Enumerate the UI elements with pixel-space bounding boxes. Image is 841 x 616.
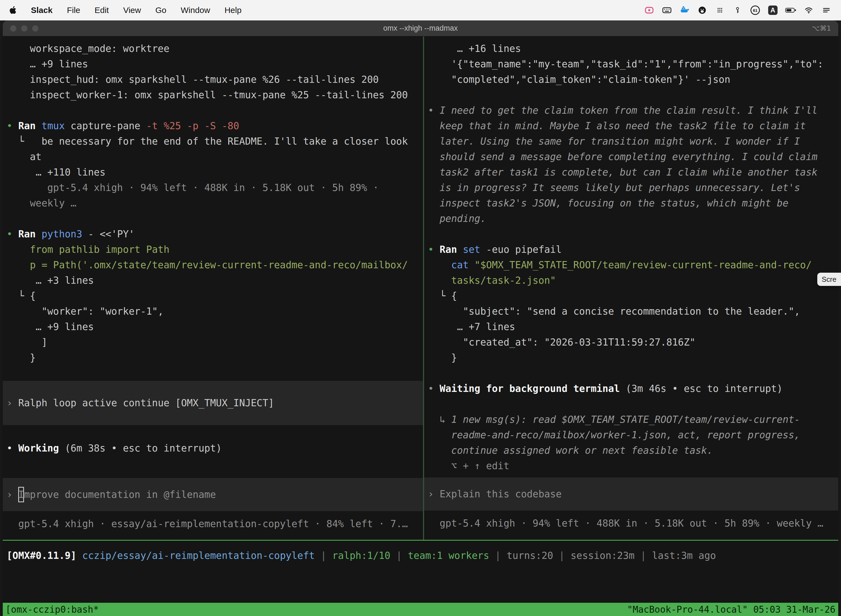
terminal-line: gpt-5.4 xhigh · 94% left · 488K in · 5.1… — [3, 180, 423, 195]
terminal-line: is in progress? It seems likely but perh… — [424, 180, 838, 195]
terminal-line: • Working (6m 38s • esc to interrupt) — [3, 440, 423, 456]
terminal-line: … +110 lines — [3, 164, 423, 180]
right-pane[interactable]: … +16 lines '{"team_name":"my-team","tas… — [424, 37, 838, 540]
window-title: omx --xhigh --madmax — [3, 24, 838, 32]
text-segment: is in progress? It seems likely but perh… — [428, 182, 800, 193]
terminal-line — [424, 87, 838, 103]
minimize-button[interactable] — [21, 25, 28, 32]
menu-item-view[interactable]: View — [123, 6, 141, 15]
omx-status-segment: | — [315, 550, 332, 561]
letter-a-icon[interactable]: A — [768, 5, 778, 16]
suggestion-line[interactable]: › Improve documentation in @filename — [3, 478, 423, 511]
battery-meter-value: 61 — [750, 6, 760, 15]
terminal-line: • Ran python3 - <<'PY' — [3, 226, 423, 242]
terminal-line: "worker": "worker-1", — [3, 304, 423, 319]
text-segment: tmux — [41, 120, 70, 131]
terminal-line: } — [424, 350, 838, 365]
tmux-panes: workspace_mode: worktree … +9 lines insp… — [3, 37, 838, 540]
omx-status-line: [OMX#0.11.9] cczip/essay/ai-reimplementa… — [3, 548, 838, 563]
terminal-line: "created_at": "2026-03-31T11:59:27.816Z" — [424, 334, 838, 350]
terminal-line: • Waiting for background terminal (3m 46… — [424, 381, 838, 396]
text-segment: "subject": "send a concise recommendatio… — [428, 306, 800, 317]
terminal-line: readme-and-reco/mailbox/worker-1.json, a… — [424, 427, 838, 443]
close-button[interactable] — [10, 25, 16, 32]
traffic-lights — [10, 25, 39, 32]
terminal-line: • Ran set -euo pipefail — [424, 242, 838, 257]
menu-item-window[interactable]: Window — [181, 6, 210, 15]
window-shortcut-hint: ⌥⌘1 — [812, 24, 831, 32]
text-segment: inspect_hud: omx sparkshell --tmux-pane … — [7, 74, 379, 85]
text-segment: (6m 38s • esc to interrupt) — [65, 443, 222, 454]
terminal-line: ↳ 1 new msg(s): read $OMX_TEAM_STATE_ROO… — [424, 412, 838, 427]
text-segment: later. Using the same for transition mig… — [428, 136, 800, 147]
keyboard-icon[interactable] — [662, 5, 672, 16]
menu-item-file[interactable]: File — [67, 6, 80, 15]
terminal-line: pending. — [424, 211, 838, 226]
tmux-session-label: [omx-cczip0:bash* — [6, 604, 99, 615]
terminal-line: p = Path('.omx/state/team/review-current… — [3, 257, 423, 273]
key-icon[interactable] — [732, 5, 743, 16]
terminal-line: inspect_hud: omx sparkshell --tmux-pane … — [3, 72, 423, 87]
terminal-line — [3, 365, 423, 381]
text-segment: python3 — [41, 229, 88, 239]
text-segment: … +7 lines — [428, 321, 515, 332]
terminal-line: gpt-5.4 xhigh · 94% left · 488K in · 5.1… — [424, 516, 838, 531]
omx-status-segment: | — [634, 550, 652, 561]
menu-item-help[interactable]: Help — [224, 6, 242, 15]
terminal-line — [424, 226, 838, 242]
battery-meter-icon[interactable]: 61 — [750, 5, 760, 16]
menu-list-icon[interactable] — [821, 5, 832, 16]
wifi-icon[interactable] — [803, 5, 814, 16]
menu-item-slack[interactable]: Slack — [31, 6, 53, 15]
terminal-line: └ be necessary for the end of the README… — [3, 133, 423, 149]
terminal-line: ⌥ + ↑ edit — [424, 458, 838, 474]
screen-recording-icon[interactable] — [644, 5, 655, 16]
terminal-line: } — [3, 350, 423, 365]
omx-status-segment: cczip/essay/ai-reimplementation-copyleft — [82, 550, 315, 561]
text-segment: Working — [18, 443, 65, 454]
battery-icon[interactable] — [785, 5, 796, 16]
menu-bar: SlackFileEditViewGoWindowHelp 61A — [0, 0, 841, 21]
menu-items: SlackFileEditViewGoWindowHelp — [31, 6, 242, 15]
terminal-line: … +7 lines — [424, 319, 838, 334]
omx-status-segment: team:1 workers — [408, 550, 489, 561]
text-segment: gpt-5.4 xhigh · essay/ai-reimplementatio… — [7, 518, 408, 529]
menu-item-edit[interactable]: Edit — [95, 6, 109, 15]
github-icon[interactable] — [697, 5, 708, 16]
dots-grid-icon[interactable] — [715, 5, 725, 16]
zoom-button[interactable] — [32, 25, 39, 32]
terminal-line: … +9 lines — [3, 56, 423, 72]
text-segment: "$OMX_TEAM_STATE_ROOT/team/review-curren… — [475, 260, 812, 270]
text-segment: › — [428, 486, 440, 502]
text-segment: task2 after task1 is complete, but can I… — [428, 167, 818, 178]
terminal-line: '{"team_name":"my-team","task_id":"1","f… — [424, 56, 838, 72]
text-segment: at — [7, 151, 41, 162]
text-segment: capture-pane — [70, 120, 146, 131]
terminal-line: task2 after task1 is complete, but can I… — [424, 164, 838, 180]
terminal-window: omx --xhigh --madmax ⌥⌘1 workspace_mode:… — [3, 21, 838, 616]
text-segment: … +3 lines — [7, 275, 94, 286]
text-segment: gpt-5.4 xhigh · 94% left · 488K in · 5.1… — [7, 182, 379, 193]
pane-horizontal-divider[interactable] — [3, 540, 838, 541]
menu-status-icons: 61A — [644, 5, 832, 16]
text-segment: • — [7, 443, 18, 454]
text-segment: Ran — [440, 244, 463, 255]
text-segment: … +110 lines — [7, 167, 105, 178]
terminal-line — [424, 396, 838, 412]
terminal-line: from pathlib import Path — [3, 242, 423, 257]
left-pane[interactable]: workspace_mode: worktree … +9 lines insp… — [3, 37, 423, 540]
text-segment: "completed","claim_token":"claim-token"}… — [428, 74, 730, 85]
text-segment: └ be necessary for the end of the README… — [7, 136, 408, 147]
docker-icon[interactable] — [679, 5, 690, 16]
apple-menu-icon[interactable] — [9, 6, 16, 14]
screen-capture-pill[interactable]: Scre — [817, 273, 841, 286]
text-segment: • — [428, 244, 440, 255]
text-segment: -t %25 -p -S -80 — [146, 120, 239, 131]
suggestion-line[interactable]: › Explain this codebase — [424, 477, 838, 510]
menu-item-go[interactable]: Go — [155, 6, 166, 15]
text-segment: "created_at": "2026-03-31T11:59:27.816Z" — [428, 337, 695, 348]
text-segment: tasks/task-2.json" — [428, 275, 556, 286]
text-segment: (3m 46s • esc to interrupt) — [626, 383, 782, 394]
suggestion-line[interactable]: › Ralph loop active continue [OMX_TMUX_I… — [3, 381, 423, 425]
terminal-line: tasks/task-2.json" — [424, 273, 838, 288]
